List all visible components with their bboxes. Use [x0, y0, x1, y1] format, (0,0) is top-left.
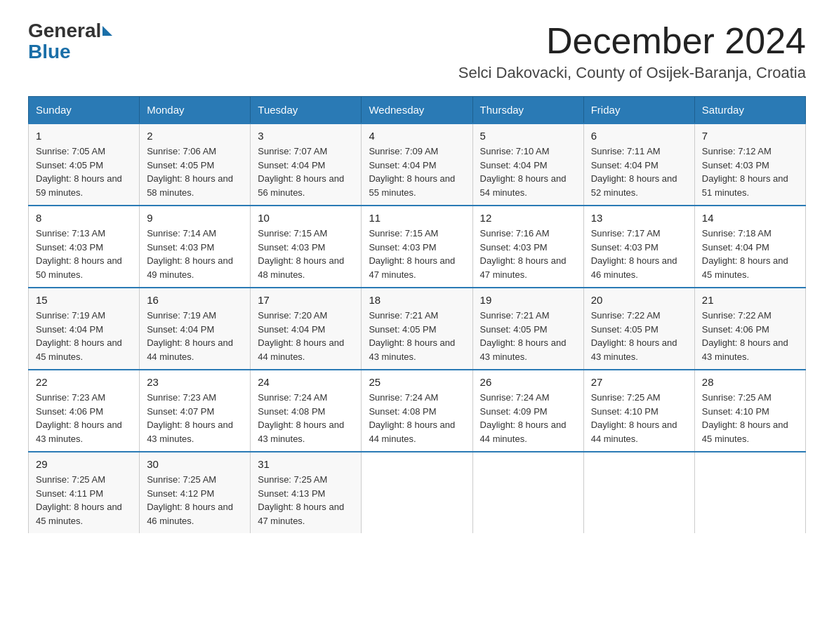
day-info: Sunrise: 7:24 AMSunset: 4:08 PMDaylight:…: [369, 392, 455, 444]
header-thursday: Thursday: [472, 97, 583, 124]
month-title: December 2024: [458, 21, 806, 61]
day-number: 28: [702, 376, 798, 388]
day-info: Sunrise: 7:12 AMSunset: 4:03 PMDaylight:…: [702, 146, 788, 198]
day-info: Sunrise: 7:17 AMSunset: 4:03 PMDaylight:…: [591, 228, 677, 280]
calendar-cell: 13 Sunrise: 7:17 AMSunset: 4:03 PMDaylig…: [583, 206, 694, 288]
day-info: Sunrise: 7:22 AMSunset: 4:05 PMDaylight:…: [591, 310, 677, 362]
day-info: Sunrise: 7:10 AMSunset: 4:04 PMDaylight:…: [480, 146, 567, 198]
day-info: Sunrise: 7:22 AMSunset: 4:06 PMDaylight:…: [702, 310, 788, 362]
calendar-cell: 1 Sunrise: 7:05 AMSunset: 4:05 PMDayligh…: [29, 123, 140, 206]
day-info: Sunrise: 7:19 AMSunset: 4:04 PMDaylight:…: [36, 310, 122, 362]
calendar-cell: 22 Sunrise: 7:23 AMSunset: 4:06 PMDaylig…: [29, 370, 140, 452]
calendar-cell: 21 Sunrise: 7:22 AMSunset: 4:06 PMDaylig…: [694, 288, 805, 370]
logo-general-text: General: [28, 21, 101, 41]
logo: General Blue: [28, 21, 114, 63]
title-area: December 2024 Selci Dakovacki, County of…: [458, 21, 806, 82]
header-saturday: Saturday: [694, 97, 805, 124]
day-number: 7: [702, 130, 798, 142]
day-number: 29: [36, 458, 132, 470]
day-number: 8: [36, 212, 132, 224]
day-number: 30: [147, 458, 243, 470]
day-number: 20: [591, 294, 687, 306]
day-number: 21: [702, 294, 798, 306]
week-row-1: 1 Sunrise: 7:05 AMSunset: 4:05 PMDayligh…: [29, 123, 806, 206]
day-number: 1: [36, 130, 132, 142]
calendar-cell: 2 Sunrise: 7:06 AMSunset: 4:05 PMDayligh…: [140, 123, 251, 206]
day-info: Sunrise: 7:16 AMSunset: 4:03 PMDaylight:…: [480, 228, 567, 280]
calendar-cell: [362, 452, 472, 533]
day-info: Sunrise: 7:06 AMSunset: 4:05 PMDaylight:…: [147, 146, 233, 198]
calendar-cell: 14 Sunrise: 7:18 AMSunset: 4:04 PMDaylig…: [694, 206, 805, 288]
logo-blue-text: Blue: [28, 41, 71, 63]
calendar-header-row: SundayMondayTuesdayWednesdayThursdayFrid…: [29, 97, 806, 124]
day-number: 17: [258, 294, 354, 306]
calendar-cell: 9 Sunrise: 7:14 AMSunset: 4:03 PMDayligh…: [140, 206, 251, 288]
day-info: Sunrise: 7:24 AMSunset: 4:08 PMDaylight:…: [258, 392, 344, 444]
day-number: 24: [258, 376, 354, 388]
day-number: 13: [591, 212, 687, 224]
day-number: 15: [36, 294, 132, 306]
day-info: Sunrise: 7:09 AMSunset: 4:04 PMDaylight:…: [369, 146, 455, 198]
calendar-cell: 26 Sunrise: 7:24 AMSunset: 4:09 PMDaylig…: [472, 370, 583, 452]
day-info: Sunrise: 7:21 AMSunset: 4:05 PMDaylight:…: [480, 310, 567, 362]
day-number: 6: [591, 130, 687, 142]
calendar-cell: 28 Sunrise: 7:25 AMSunset: 4:10 PMDaylig…: [694, 370, 805, 452]
calendar-table: SundayMondayTuesdayWednesdayThursdayFrid…: [28, 96, 806, 533]
day-info: Sunrise: 7:07 AMSunset: 4:04 PMDaylight:…: [258, 146, 344, 198]
day-number: 22: [36, 376, 132, 388]
calendar-cell: 20 Sunrise: 7:22 AMSunset: 4:05 PMDaylig…: [583, 288, 694, 370]
calendar-cell: 5 Sunrise: 7:10 AMSunset: 4:04 PMDayligh…: [472, 123, 583, 206]
calendar-cell: 10 Sunrise: 7:15 AMSunset: 4:03 PMDaylig…: [251, 206, 362, 288]
day-info: Sunrise: 7:24 AMSunset: 4:09 PMDaylight:…: [480, 392, 567, 444]
calendar-cell: 23 Sunrise: 7:23 AMSunset: 4:07 PMDaylig…: [140, 370, 251, 452]
calendar-cell: 7 Sunrise: 7:12 AMSunset: 4:03 PMDayligh…: [694, 123, 805, 206]
day-info: Sunrise: 7:05 AMSunset: 4:05 PMDaylight:…: [36, 146, 122, 198]
day-info: Sunrise: 7:15 AMSunset: 4:03 PMDaylight:…: [258, 228, 344, 280]
day-number: 18: [369, 294, 465, 306]
day-info: Sunrise: 7:18 AMSunset: 4:04 PMDaylight:…: [702, 228, 788, 280]
day-number: 25: [369, 376, 465, 388]
location-subtitle: Selci Dakovacki, County of Osijek-Baranj…: [458, 64, 806, 82]
calendar-cell: 25 Sunrise: 7:24 AMSunset: 4:08 PMDaylig…: [362, 370, 472, 452]
calendar-cell: [583, 452, 694, 533]
logo-triangle-icon: [102, 26, 112, 36]
calendar-cell: 27 Sunrise: 7:25 AMSunset: 4:10 PMDaylig…: [583, 370, 694, 452]
day-info: Sunrise: 7:25 AMSunset: 4:11 PMDaylight:…: [36, 474, 122, 526]
calendar-cell: 8 Sunrise: 7:13 AMSunset: 4:03 PMDayligh…: [29, 206, 140, 288]
day-number: 26: [480, 376, 576, 388]
day-number: 16: [147, 294, 243, 306]
day-number: 27: [591, 376, 687, 388]
header-friday: Friday: [583, 97, 694, 124]
calendar-cell: 29 Sunrise: 7:25 AMSunset: 4:11 PMDaylig…: [29, 452, 140, 533]
day-number: 10: [258, 212, 354, 224]
calendar-cell: 11 Sunrise: 7:15 AMSunset: 4:03 PMDaylig…: [362, 206, 472, 288]
calendar-cell: 6 Sunrise: 7:11 AMSunset: 4:04 PMDayligh…: [583, 123, 694, 206]
day-info: Sunrise: 7:25 AMSunset: 4:12 PMDaylight:…: [147, 474, 233, 526]
page-header: General Blue December 2024 Selci Dakovac…: [28, 21, 806, 82]
calendar-cell: 30 Sunrise: 7:25 AMSunset: 4:12 PMDaylig…: [140, 452, 251, 533]
calendar-cell: 12 Sunrise: 7:16 AMSunset: 4:03 PMDaylig…: [472, 206, 583, 288]
calendar-cell: 15 Sunrise: 7:19 AMSunset: 4:04 PMDaylig…: [29, 288, 140, 370]
header-wednesday: Wednesday: [362, 97, 472, 124]
day-number: 31: [258, 458, 354, 470]
calendar-cell: 24 Sunrise: 7:24 AMSunset: 4:08 PMDaylig…: [251, 370, 362, 452]
calendar-cell: 3 Sunrise: 7:07 AMSunset: 4:04 PMDayligh…: [251, 123, 362, 206]
day-info: Sunrise: 7:15 AMSunset: 4:03 PMDaylight:…: [369, 228, 455, 280]
day-number: 23: [147, 376, 243, 388]
header-tuesday: Tuesday: [251, 97, 362, 124]
day-info: Sunrise: 7:14 AMSunset: 4:03 PMDaylight:…: [147, 228, 233, 280]
day-info: Sunrise: 7:25 AMSunset: 4:13 PMDaylight:…: [258, 474, 344, 526]
day-info: Sunrise: 7:20 AMSunset: 4:04 PMDaylight:…: [258, 310, 344, 362]
day-info: Sunrise: 7:25 AMSunset: 4:10 PMDaylight:…: [702, 392, 788, 444]
calendar-cell: 4 Sunrise: 7:09 AMSunset: 4:04 PMDayligh…: [362, 123, 472, 206]
week-row-4: 22 Sunrise: 7:23 AMSunset: 4:06 PMDaylig…: [29, 370, 806, 452]
calendar-cell: 31 Sunrise: 7:25 AMSunset: 4:13 PMDaylig…: [251, 452, 362, 533]
day-info: Sunrise: 7:25 AMSunset: 4:10 PMDaylight:…: [591, 392, 677, 444]
day-info: Sunrise: 7:23 AMSunset: 4:07 PMDaylight:…: [147, 392, 233, 444]
week-row-5: 29 Sunrise: 7:25 AMSunset: 4:11 PMDaylig…: [29, 452, 806, 533]
calendar-cell: 19 Sunrise: 7:21 AMSunset: 4:05 PMDaylig…: [472, 288, 583, 370]
day-info: Sunrise: 7:11 AMSunset: 4:04 PMDaylight:…: [591, 146, 677, 198]
day-number: 14: [702, 212, 798, 224]
day-number: 2: [147, 130, 243, 142]
day-info: Sunrise: 7:19 AMSunset: 4:04 PMDaylight:…: [147, 310, 233, 362]
